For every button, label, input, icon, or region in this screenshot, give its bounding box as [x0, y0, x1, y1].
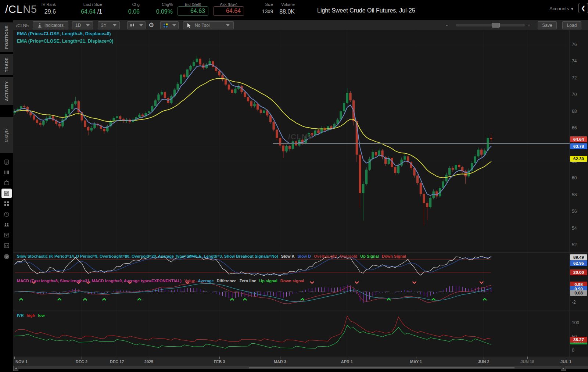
tool-dropdown[interactable]: No Tool	[183, 21, 234, 29]
last-size-col: Last / Size 64.64 /1	[66, 2, 102, 15]
x-tick	[527, 357, 528, 359]
zoom-in-button[interactable]: +	[528, 23, 530, 28]
calendar-icon[interactable]	[1, 230, 12, 240]
x-tick	[484, 357, 484, 359]
x-label: DEC 17	[110, 360, 124, 364]
fx-icon[interactable]: FX	[1, 241, 12, 250]
cursor-icon	[187, 23, 191, 28]
x-tick	[82, 357, 82, 359]
ema-label: EMA (Price=CLOSE, Length=5, Displace=0)	[17, 31, 113, 36]
x-label: APR 1	[341, 360, 353, 364]
axis-label: 66	[572, 125, 577, 130]
axis-label: 76	[572, 42, 577, 47]
x-tick	[14, 357, 15, 359]
ema-label: EMA (Price=CLOSE, Length=21, Displace=0)	[17, 39, 113, 44]
chart-type-dropdown[interactable]	[127, 21, 146, 29]
candlestick-icon	[130, 23, 135, 28]
sidebar-tab-activity[interactable]: ACTIVITY	[0, 77, 13, 105]
stoch-badge: 20.00	[570, 269, 587, 275]
axis-label: -2	[572, 300, 576, 305]
chart-area[interactable]: /CLN5 EMA (Price=CLOSE, Length=5, Displa…	[13, 30, 588, 357]
ema-labels: EMA (Price=CLOSE, Length=5, Displace=0)E…	[17, 31, 113, 46]
list-icon[interactable]	[1, 168, 12, 177]
instrument-title: Light Sweet Crude Oil Futures, Jul-25	[317, 7, 415, 14]
sidebar-tab-tastyfx[interactable]: tastyfx	[0, 117, 13, 153]
x-tick	[117, 357, 117, 359]
axis-label: 68	[572, 109, 577, 114]
chart-icon[interactable]	[1, 189, 12, 198]
chart-canvas	[13, 30, 588, 357]
settings-gear-icon[interactable]: ⚙	[148, 21, 154, 29]
volume-col: Volume 88.0K	[276, 2, 295, 15]
stochastic-legend: Slow Stochastic (K Period=14, D Period=9…	[17, 254, 409, 258]
scroll-right-button[interactable]: ▸	[561, 366, 566, 371]
load-button[interactable]: Load	[562, 21, 581, 29]
x-label: MAR 3	[274, 360, 286, 364]
x-label: MAY 1	[410, 360, 422, 364]
zoom-slider-track[interactable]	[456, 24, 525, 26]
toolbar-symbol: /CLN5	[16, 23, 29, 28]
stoch-badge: 89.49	[570, 254, 587, 260]
history-icon[interactable]	[1, 210, 12, 219]
price-badge: 64.64	[570, 136, 587, 142]
time-axis: NOV 1DEC 2DEC 172025FEB 3MAR 3APR 1MAY 1…	[13, 357, 588, 367]
accounts-dropdown[interactable]: Accounts ▼	[549, 6, 574, 11]
quote-header: /CLN5 IV Rank29.6Chg0.06Chg%0.09% Last /…	[0, 0, 588, 20]
price-badge: 63.78	[570, 143, 587, 149]
bid-button[interactable]: 64.63	[178, 6, 208, 16]
header-col-ivrank: IV Rank29.6	[12, 2, 56, 15]
layout-grid-icon	[163, 23, 168, 28]
indicators-flask-icon	[37, 23, 42, 28]
header-col-chg: Chg%0.09%	[129, 2, 173, 15]
people-icon[interactable]	[1, 220, 12, 229]
x-label: DEC 2	[76, 360, 87, 364]
range-dropdown[interactable]: 3Y	[98, 21, 120, 29]
price-badge: 62.30	[570, 156, 587, 162]
indicators-button[interactable]: Indicators	[33, 21, 68, 29]
axis-label: 52	[572, 242, 577, 247]
axis-label: 74	[572, 58, 577, 64]
news-icon[interactable]	[1, 157, 12, 167]
axis-label: 100	[572, 320, 579, 325]
x-tick	[149, 357, 149, 359]
axis-label: 72	[572, 75, 577, 81]
x-label: 2025	[144, 360, 153, 364]
axis-label: 54	[572, 226, 577, 231]
zoom-out-button[interactable]: -	[446, 23, 448, 28]
macd-legend: MACD (Fast length=8, Slow length=21, MAC…	[17, 279, 307, 283]
x-tick	[416, 357, 416, 359]
x-tick	[566, 357, 566, 359]
svg-text:FX: FX	[5, 244, 8, 247]
chart-toolbar: /CLN5 Indicators 1D 3Y ⚙ No Tool - + Sav…	[13, 20, 588, 30]
stoch-badge: 62.95	[570, 260, 587, 266]
zoom-slider-thumb[interactable]	[492, 23, 500, 28]
timeframe-dropdown[interactable]: 1D	[72, 21, 93, 29]
x-label: JUL 1	[560, 360, 571, 364]
video-icon[interactable]	[1, 178, 12, 188]
size-col: Size 13x9	[262, 2, 273, 14]
grid-icon[interactable]	[1, 199, 12, 208]
axis-label: 58	[572, 192, 577, 197]
sidebar-tab-positions[interactable]: POSITIONS	[0, 22, 13, 52]
x-label: JUN 18	[520, 360, 534, 364]
collapse-panel-button[interactable]: ❮	[578, 3, 588, 13]
axis-label: 0	[572, 348, 574, 353]
ivr-high-badge: 38.27	[570, 337, 587, 343]
layout-dropdown[interactable]	[160, 21, 179, 29]
x-label: JUN 2	[478, 360, 489, 364]
scrollbar-thumb[interactable]	[249, 367, 514, 369]
chart-scrollbar[interactable]	[13, 367, 588, 369]
ask-button[interactable]: 64.64	[213, 6, 244, 16]
axis-label: 56	[572, 209, 577, 214]
svg-text:?: ?	[6, 255, 8, 259]
chart-watermark: /CLN5	[288, 132, 312, 141]
x-tick	[280, 357, 280, 359]
x-label: FEB 3	[214, 360, 225, 364]
ivr-legend: IVRhighlow	[17, 313, 48, 318]
help-icon[interactable]: ?	[1, 252, 12, 261]
scroll-left-button[interactable]: ◂	[13, 366, 18, 371]
save-button[interactable]: Save	[538, 21, 557, 29]
sidebar-tab-trade[interactable]: TRADE	[0, 54, 13, 75]
x-tick	[219, 357, 220, 359]
axis-label: 70	[572, 92, 577, 97]
